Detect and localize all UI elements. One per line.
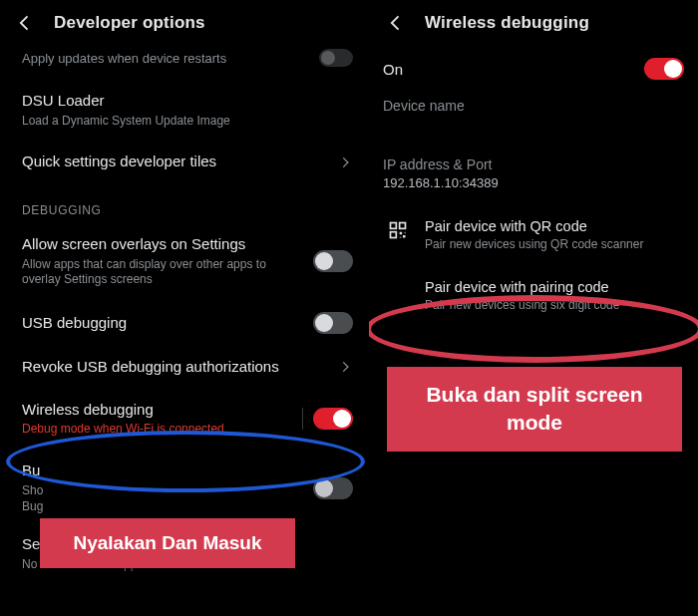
page-title: Wireless debugging: [425, 13, 589, 33]
wireless-debugging-screen: Wireless debugging On Device name IP add…: [369, 0, 698, 616]
ip-label: IP address & Port: [383, 156, 684, 172]
wireless-debug-toggle[interactable]: [313, 408, 353, 430]
dsu-sub: Load a Dynamic System Update Image: [22, 114, 341, 130]
device-name-label: Device name: [383, 98, 684, 114]
revoke-usb-row[interactable]: Revoke USB debugging authorizations: [22, 346, 353, 389]
bug-title-truncated: Bu: [22, 462, 301, 480]
overlays-title: Allow screen overlays on Settings: [22, 235, 301, 254]
svg-rect-2: [391, 232, 397, 238]
chevron-right-icon: [337, 154, 353, 170]
annotation-right-callout-text: Buka dan split screen mode: [426, 383, 642, 434]
annotation-left-callout: Nyalakan Dan Masuk: [40, 518, 295, 568]
device-name-value: [383, 117, 684, 131]
wireless-sub: Debug mode when Wi-Fi is connected: [22, 422, 290, 438]
ip-port-row[interactable]: IP address & Port 192.168.1.10:34389: [383, 156, 684, 190]
debugging-section-label: DEBUGGING: [22, 203, 353, 217]
back-arrow-icon[interactable]: [14, 12, 36, 34]
quick-tiles-title: Quick settings developer tiles: [22, 153, 325, 171]
wireless-title: Wireless debugging: [22, 401, 290, 420]
bug-sub2: Bug: [22, 499, 301, 515]
pair-code-title: Pair device with pairing code: [425, 279, 684, 295]
pair-code-row[interactable]: Pair device with pairing code Pair new d…: [383, 265, 684, 326]
apply-updates-toggle[interactable]: [319, 49, 353, 67]
overlays-toggle[interactable]: [313, 250, 353, 272]
wireless-master-toggle[interactable]: [644, 58, 684, 80]
svg-rect-0: [391, 223, 397, 229]
device-name-row[interactable]: Device name: [383, 98, 684, 131]
apply-updates-row[interactable]: Apply updates when device restarts: [22, 44, 353, 80]
dsu-loader-row[interactable]: DSU Loader Load a Dynamic System Update …: [22, 80, 353, 141]
revoke-title: Revoke USB debugging authorizations: [22, 358, 325, 377]
back-arrow-icon[interactable]: [385, 12, 407, 34]
page-title: Developer options: [54, 13, 205, 33]
usb-debugging-row[interactable]: USB debugging: [22, 300, 353, 346]
overlays-sub: Allow apps that can display over other a…: [22, 257, 301, 288]
right-header: Wireless debugging: [369, 0, 698, 44]
on-label: On: [383, 61, 403, 78]
pair-qr-row[interactable]: Pair device with QR code Pair new device…: [383, 204, 684, 265]
bug-report-row[interactable]: Bu Sho Bug: [22, 450, 353, 515]
bug-report-toggle[interactable]: [313, 477, 353, 499]
screen-overlays-row[interactable]: Allow screen overlays on Settings Allow …: [22, 223, 353, 300]
pair-qr-sub: Pair new devices using QR code scanner: [425, 237, 684, 251]
chevron-right-icon: [337, 359, 353, 375]
left-header: Developer options: [0, 0, 369, 44]
quick-tiles-row[interactable]: Quick settings developer tiles: [22, 141, 353, 183]
annotation-left-callout-text: Nyalakan Dan Masuk: [73, 532, 261, 553]
annotation-right-callout: Buka dan split screen mode: [387, 367, 682, 452]
pair-qr-title: Pair device with QR code: [425, 218, 684, 234]
usb-debug-title: USB debugging: [22, 314, 301, 333]
wireless-master-row[interactable]: On: [383, 58, 684, 80]
wireless-debugging-row[interactable]: Wireless debugging Debug mode when Wi-Fi…: [22, 389, 353, 450]
apply-updates-title: Apply updates when device restarts: [22, 51, 307, 68]
dsu-title: DSU Loader: [22, 92, 341, 111]
svg-rect-1: [400, 223, 406, 229]
developer-options-screen: Developer options Apply updates when dev…: [0, 0, 369, 616]
pair-code-sub: Pair new devices using six digit code: [425, 298, 684, 312]
bug-sub1: Sho: [22, 483, 301, 499]
ip-value: 192.168.1.10:34389: [383, 175, 684, 190]
usb-debug-toggle[interactable]: [313, 312, 353, 334]
qr-code-icon: [383, 218, 413, 240]
